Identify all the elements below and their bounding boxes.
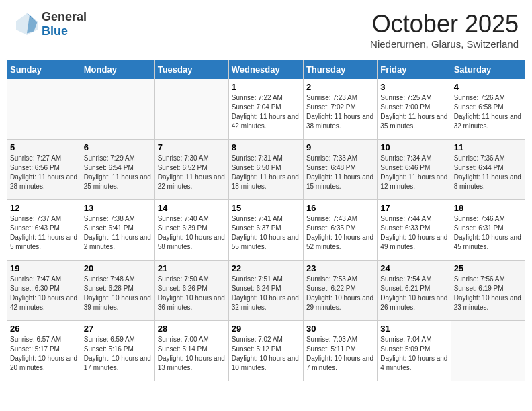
day-header-saturday: Saturday <box>451 60 525 79</box>
calendar-week-1: 1Sunrise: 7:22 AM Sunset: 7:04 PM Daylig… <box>7 79 525 140</box>
calendar-cell: 24Sunrise: 7:54 AM Sunset: 6:21 PM Dayli… <box>378 261 451 321</box>
calendar-cell: 21Sunrise: 7:50 AM Sunset: 6:26 PM Dayli… <box>154 261 228 321</box>
calendar-cell: 28Sunrise: 7:00 AM Sunset: 5:14 PM Dayli… <box>154 321 228 381</box>
calendar-week-5: 26Sunrise: 6:57 AM Sunset: 5:17 PM Dayli… <box>7 321 525 381</box>
calendar-cell: 9Sunrise: 7:33 AM Sunset: 6:48 PM Daylig… <box>303 140 377 200</box>
calendar-cell: 5Sunrise: 7:27 AM Sunset: 6:56 PM Daylig… <box>7 140 81 200</box>
day-number: 31 <box>380 324 447 334</box>
calendar-cell: 22Sunrise: 7:51 AM Sunset: 6:24 PM Dayli… <box>228 261 303 321</box>
calendar-cell: 16Sunrise: 7:43 AM Sunset: 6:35 PM Dayli… <box>303 200 377 261</box>
day-number: 13 <box>84 203 152 213</box>
calendar-cell: 4Sunrise: 7:26 AM Sunset: 6:58 PM Daylig… <box>451 79 525 140</box>
page-header: General Blue October 2025 Niederurnen, G… <box>7 7 525 53</box>
day-info: Sunrise: 7:33 AM Sunset: 6:48 PM Dayligh… <box>306 154 374 191</box>
calendar-cell: 27Sunrise: 6:59 AM Sunset: 5:16 PM Dayli… <box>81 321 154 381</box>
day-header-sunday: Sunday <box>7 60 81 79</box>
day-info: Sunrise: 7:26 AM Sunset: 6:58 PM Dayligh… <box>454 93 522 131</box>
day-number: 14 <box>158 203 226 213</box>
day-number: 28 <box>158 324 226 334</box>
day-number: 4 <box>454 82 522 92</box>
calendar-cell: 20Sunrise: 7:48 AM Sunset: 6:28 PM Dayli… <box>81 261 154 321</box>
day-info: Sunrise: 7:46 AM Sunset: 6:31 PM Dayligh… <box>454 214 522 252</box>
location: Niederurnen, Glarus, Switzerland <box>370 38 519 50</box>
day-number: 2 <box>306 82 374 92</box>
calendar-cell: 12Sunrise: 7:37 AM Sunset: 6:43 PM Dayli… <box>7 200 81 261</box>
day-info: Sunrise: 7:31 AM Sunset: 6:50 PM Dayligh… <box>232 154 300 191</box>
day-number: 9 <box>306 142 374 152</box>
day-header-monday: Monday <box>81 60 154 79</box>
day-header-tuesday: Tuesday <box>154 60 228 79</box>
logo-icon <box>13 11 40 38</box>
day-header-friday: Friday <box>378 60 451 79</box>
day-info: Sunrise: 7:43 AM Sunset: 6:35 PM Dayligh… <box>306 214 374 252</box>
day-info: Sunrise: 7:44 AM Sunset: 6:33 PM Dayligh… <box>380 214 447 252</box>
day-info: Sunrise: 7:36 AM Sunset: 6:44 PM Dayligh… <box>454 154 522 191</box>
day-info: Sunrise: 6:57 AM Sunset: 5:17 PM Dayligh… <box>10 335 78 373</box>
day-number: 24 <box>380 263 447 273</box>
day-info: Sunrise: 7:50 AM Sunset: 6:26 PM Dayligh… <box>158 275 226 312</box>
day-number: 22 <box>232 263 300 273</box>
calendar-cell: 11Sunrise: 7:36 AM Sunset: 6:44 PM Dayli… <box>451 140 525 200</box>
day-info: Sunrise: 7:54 AM Sunset: 6:21 PM Dayligh… <box>380 275 447 312</box>
day-info: Sunrise: 7:02 AM Sunset: 5:12 PM Dayligh… <box>232 335 300 373</box>
month-title: October 2025 <box>370 10 519 38</box>
day-info: Sunrise: 7:04 AM Sunset: 5:09 PM Dayligh… <box>380 335 447 373</box>
day-number: 5 <box>10 142 78 152</box>
day-info: Sunrise: 6:59 AM Sunset: 5:16 PM Dayligh… <box>84 335 152 373</box>
day-info: Sunrise: 7:56 AM Sunset: 6:19 PM Dayligh… <box>454 275 522 312</box>
calendar-cell <box>451 321 525 381</box>
calendar-cell: 25Sunrise: 7:56 AM Sunset: 6:19 PM Dayli… <box>451 261 525 321</box>
day-info: Sunrise: 7:03 AM Sunset: 5:11 PM Dayligh… <box>306 335 374 373</box>
day-info: Sunrise: 7:30 AM Sunset: 6:52 PM Dayligh… <box>158 154 226 191</box>
calendar-cell: 3Sunrise: 7:25 AM Sunset: 7:00 PM Daylig… <box>378 79 451 140</box>
calendar-cell: 14Sunrise: 7:40 AM Sunset: 6:39 PM Dayli… <box>154 200 228 261</box>
calendar-cell: 7Sunrise: 7:30 AM Sunset: 6:52 PM Daylig… <box>154 140 228 200</box>
calendar-week-2: 5Sunrise: 7:27 AM Sunset: 6:56 PM Daylig… <box>7 140 525 200</box>
calendar-cell: 26Sunrise: 6:57 AM Sunset: 5:17 PM Dayli… <box>7 321 81 381</box>
day-info: Sunrise: 7:53 AM Sunset: 6:22 PM Dayligh… <box>306 275 374 312</box>
day-number: 11 <box>454 142 522 152</box>
day-number: 6 <box>84 142 152 152</box>
day-number: 25 <box>454 263 522 273</box>
day-number: 7 <box>158 142 226 152</box>
logo-general-text: General <box>42 10 87 24</box>
calendar-cell: 8Sunrise: 7:31 AM Sunset: 6:50 PM Daylig… <box>228 140 303 200</box>
day-number: 12 <box>10 203 78 213</box>
calendar-cell: 18Sunrise: 7:46 AM Sunset: 6:31 PM Dayli… <box>451 200 525 261</box>
day-number: 20 <box>84 263 152 273</box>
day-number: 15 <box>232 203 300 213</box>
day-info: Sunrise: 7:23 AM Sunset: 7:02 PM Dayligh… <box>306 93 374 131</box>
day-info: Sunrise: 7:29 AM Sunset: 6:54 PM Dayligh… <box>84 154 152 191</box>
day-info: Sunrise: 7:48 AM Sunset: 6:28 PM Dayligh… <box>84 275 152 312</box>
calendar-week-4: 19Sunrise: 7:47 AM Sunset: 6:30 PM Dayli… <box>7 261 525 321</box>
calendar-cell: 31Sunrise: 7:04 AM Sunset: 5:09 PM Dayli… <box>378 321 451 381</box>
calendar-cell: 15Sunrise: 7:41 AM Sunset: 6:37 PM Dayli… <box>228 200 303 261</box>
day-info: Sunrise: 7:38 AM Sunset: 6:41 PM Dayligh… <box>84 214 152 252</box>
logo-blue-text: Blue <box>42 24 68 38</box>
day-number: 29 <box>232 324 300 334</box>
calendar-week-3: 12Sunrise: 7:37 AM Sunset: 6:43 PM Dayli… <box>7 200 525 261</box>
day-info: Sunrise: 7:00 AM Sunset: 5:14 PM Dayligh… <box>158 335 226 373</box>
calendar-cell: 13Sunrise: 7:38 AM Sunset: 6:41 PM Dayli… <box>81 200 154 261</box>
calendar-cell: 2Sunrise: 7:23 AM Sunset: 7:02 PM Daylig… <box>303 79 377 140</box>
day-info: Sunrise: 7:22 AM Sunset: 7:04 PM Dayligh… <box>232 93 300 131</box>
calendar-cell: 17Sunrise: 7:44 AM Sunset: 6:33 PM Dayli… <box>378 200 451 261</box>
day-number: 17 <box>380 203 447 213</box>
calendar-cell <box>154 79 228 140</box>
calendar-cell: 10Sunrise: 7:34 AM Sunset: 6:46 PM Dayli… <box>378 140 451 200</box>
day-number: 10 <box>380 142 447 152</box>
day-number: 27 <box>84 324 152 334</box>
day-number: 16 <box>306 203 374 213</box>
calendar-cell <box>81 79 154 140</box>
day-header-wednesday: Wednesday <box>228 60 303 79</box>
day-info: Sunrise: 7:37 AM Sunset: 6:43 PM Dayligh… <box>10 214 78 252</box>
day-number: 19 <box>10 263 78 273</box>
logo: General Blue <box>13 10 87 38</box>
day-info: Sunrise: 7:51 AM Sunset: 6:24 PM Dayligh… <box>232 275 300 312</box>
calendar-header-row: SundayMondayTuesdayWednesdayThursdayFrid… <box>7 60 525 79</box>
calendar-table: SundayMondayTuesdayWednesdayThursdayFrid… <box>7 60 525 381</box>
calendar-cell <box>7 79 81 140</box>
day-header-thursday: Thursday <box>303 60 377 79</box>
calendar-cell: 23Sunrise: 7:53 AM Sunset: 6:22 PM Dayli… <box>303 261 377 321</box>
day-number: 1 <box>232 82 300 92</box>
